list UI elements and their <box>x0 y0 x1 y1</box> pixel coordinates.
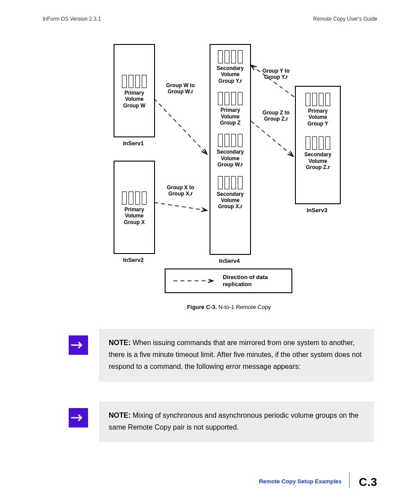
volume-group-label: Secondary Volume Group Y.r <box>210 65 250 84</box>
server-label-inserv1: InServ1 <box>114 140 153 147</box>
server-label-inserv4: InServ4 <box>210 258 249 264</box>
diagram: Primary Volume Group W InServ1 Primary V… <box>106 44 352 299</box>
svg-line-1 <box>154 202 207 210</box>
footer-page-number: C.3 <box>359 475 377 489</box>
figure-caption: Figure C-3. N-to-1 Remote Copy <box>106 304 352 310</box>
server-label-inserv3: InServ3 <box>295 207 339 213</box>
disk-group-icon <box>210 50 250 63</box>
note-icon <box>69 408 88 427</box>
disk-group-icon <box>296 93 340 106</box>
disk-group-icon <box>114 191 154 205</box>
arrow-right-icon <box>71 414 86 421</box>
disk-group-icon <box>296 136 340 150</box>
server-inserv4: Secondary Volume Group Y.r Primary Volum… <box>210 44 251 255</box>
note-box-1: NOTE: When issuing commands that are mir… <box>99 329 374 382</box>
legend-arrow-icon <box>173 278 217 284</box>
header-left: InForm OS Version 2.3.1 <box>43 16 101 22</box>
volume-group-label: Secondary Volume Group Z.r <box>296 151 340 170</box>
arrow-label-z: Group Z toGroup Z.r <box>256 110 296 122</box>
arrow-label-x: Group X toGroup X.r <box>158 185 203 197</box>
legend-text: Direction of data replication <box>223 274 284 287</box>
volume-group-label: Secondary Volume Group W.r <box>210 149 250 168</box>
server-inserv2: Primary Volume Group X <box>114 161 155 254</box>
arrow-right-icon <box>71 342 86 349</box>
disk-group-icon <box>210 92 250 105</box>
footer-separator <box>349 472 350 488</box>
volume-group-label: Primary Volume Group Z <box>210 107 250 126</box>
volume-group-label: Secondary Volume Group X.r <box>210 191 250 210</box>
svg-line-3 <box>251 121 293 156</box>
header-right: Remote Copy User's Guide <box>313 16 377 22</box>
note-icon <box>69 335 88 355</box>
note-box-2: NOTE: Mixing of synchronous and asynchro… <box>99 401 374 442</box>
svg-line-0 <box>154 99 207 154</box>
server-label-inserv2: InServ2 <box>114 257 153 263</box>
volume-group-label: Primary Volume Group Y <box>296 108 340 127</box>
volume-group-label: Primary Volume Group X <box>114 206 154 225</box>
arrow-label-y: Group Y toGroup Y.r <box>256 68 296 81</box>
server-inserv1: Primary Volume Group W <box>114 44 155 137</box>
volume-group-label: Primary Volume Group W <box>114 90 154 109</box>
disk-group-icon <box>210 134 250 147</box>
arrow-label-w: Group W toGroup W.r <box>158 83 203 95</box>
legend-box: Direction of data replication <box>165 269 292 293</box>
disk-group-icon <box>114 75 154 88</box>
server-inserv3: Primary Volume Group Y Secondary Volume … <box>295 86 341 204</box>
footer-section-link[interactable]: Remote Copy Setup Examples <box>259 478 342 485</box>
page: InForm OS Version 2.3.1 Remote Copy User… <box>0 0 420 504</box>
disk-group-icon <box>210 176 250 189</box>
